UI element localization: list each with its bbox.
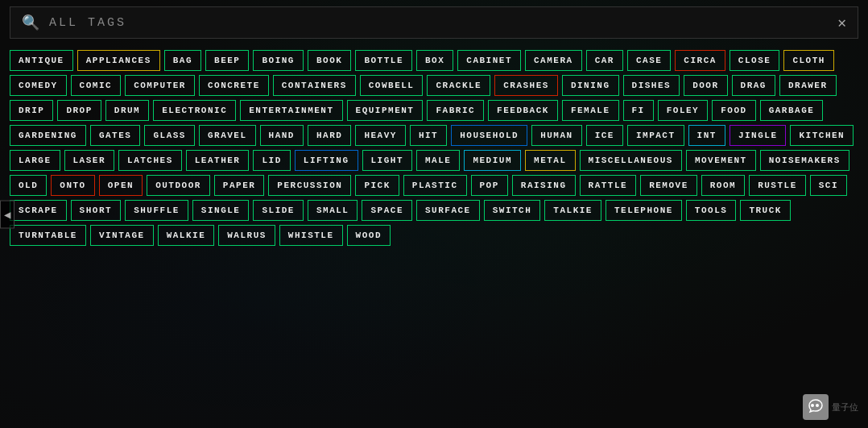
tag-item[interactable]: LATCHES	[118, 150, 182, 171]
tag-item[interactable]: DINING	[562, 75, 619, 96]
tag-item[interactable]: SLIDE	[253, 200, 304, 221]
tag-item[interactable]: KITCHEN	[790, 125, 854, 146]
tag-item[interactable]: LID	[253, 150, 290, 171]
tag-item[interactable]: DRUM	[105, 100, 149, 121]
tag-item[interactable]: DRAG	[732, 75, 775, 96]
tag-item[interactable]: GARDENING	[10, 125, 86, 146]
tag-item[interactable]: FEMALE	[562, 100, 619, 121]
close-icon[interactable]: ✕	[837, 14, 846, 31]
tag-item[interactable]: RATTLE	[580, 175, 637, 196]
tag-item[interactable]: HOUSEHOLD	[451, 125, 527, 146]
tag-item[interactable]: TRUCK	[740, 200, 791, 221]
tag-item[interactable]: FEEDBACK	[488, 100, 558, 121]
tag-item[interactable]: PICK	[355, 175, 399, 196]
tag-item[interactable]: BOTTLE	[355, 50, 412, 71]
tag-item[interactable]: OPEN	[99, 175, 143, 196]
tag-item[interactable]: HIT	[410, 125, 447, 146]
tag-item[interactable]: MOVEMENT	[686, 150, 756, 171]
tag-item[interactable]: BAG	[164, 50, 201, 71]
tag-item[interactable]: NOISEMAKERS	[760, 150, 849, 171]
tag-item[interactable]: FOOD	[712, 100, 755, 121]
tag-item[interactable]: HARD	[308, 125, 351, 146]
tag-item[interactable]: LARGE	[10, 150, 60, 171]
tag-item[interactable]: WOOD	[347, 225, 391, 246]
tag-item[interactable]: CAMERA	[525, 50, 582, 71]
tag-item[interactable]: PAPER	[214, 175, 265, 196]
tag-item[interactable]: HUMAN	[531, 125, 582, 146]
tag-item[interactable]: SCRAPE	[10, 200, 67, 221]
tag-item[interactable]: SHUFFLE	[125, 200, 188, 221]
tag-item[interactable]: JINGLE	[730, 125, 787, 146]
tag-item[interactable]: GATES	[90, 125, 141, 146]
tag-item[interactable]: OUTDOOR	[147, 175, 210, 196]
tag-item[interactable]: INT	[688, 125, 725, 146]
tag-item[interactable]: RAISING	[512, 175, 576, 196]
tag-item[interactable]: CRACKLE	[427, 75, 490, 96]
tag-item[interactable]: TURNTABLE	[10, 225, 86, 246]
tag-item[interactable]: HAND	[260, 125, 304, 146]
tag-item[interactable]: DROP	[57, 100, 101, 121]
tag-item[interactable]: LASER	[64, 150, 115, 171]
tag-item[interactable]: ONTO	[51, 175, 94, 196]
tag-item[interactable]: BOOK	[308, 50, 351, 71]
scroll-left-button[interactable]: ◀	[0, 200, 14, 228]
tag-item[interactable]: WALKIE	[158, 225, 215, 246]
tag-item[interactable]: CONCRETE	[199, 75, 269, 96]
tag-item[interactable]: ELECTRONIC	[153, 100, 236, 121]
tag-item[interactable]: LIGHT	[362, 150, 413, 171]
tag-item[interactable]: APPLIANCES	[77, 50, 160, 71]
tag-item[interactable]: GLASS	[144, 125, 195, 146]
tag-item[interactable]: TELEPHONE	[606, 200, 682, 221]
tag-item[interactable]: DISHES	[623, 75, 680, 96]
tag-item[interactable]: SWITCH	[484, 200, 541, 221]
tag-item[interactable]: WHISTLE	[279, 225, 343, 246]
tag-item[interactable]: MISCELLANEOUS	[580, 150, 682, 171]
tag-item[interactable]: ICE	[586, 125, 623, 146]
tag-item[interactable]: BOING	[253, 50, 304, 71]
tag-item[interactable]: DRAWER	[779, 75, 837, 96]
tag-item[interactable]: EQUIPMENT	[347, 100, 424, 121]
tag-item[interactable]: CLOSE	[730, 50, 780, 71]
tag-item[interactable]: TALKIE	[544, 200, 601, 221]
tag-item[interactable]: MEDIUM	[464, 150, 521, 171]
tag-item[interactable]: FABRIC	[427, 100, 484, 121]
tag-item[interactable]: SURFACE	[416, 200, 480, 221]
tag-item[interactable]: CLOTH	[783, 50, 834, 71]
tag-item[interactable]: ROOM	[701, 175, 745, 196]
tag-item[interactable]: HEAVY	[355, 125, 406, 146]
tag-item[interactable]: VINTAGE	[90, 225, 154, 246]
tag-item[interactable]: GARBAGE	[760, 100, 824, 121]
tag-item[interactable]: WALRUS	[218, 225, 275, 246]
tag-item[interactable]: SMALL	[308, 200, 358, 221]
tag-item[interactable]: CIRCA	[675, 50, 725, 71]
tag-item[interactable]: METAL	[525, 150, 576, 171]
tag-item[interactable]: SHORT	[71, 200, 122, 221]
tag-item[interactable]: SPACE	[362, 200, 412, 221]
tag-item[interactable]: PERCUSSION	[268, 175, 351, 196]
tag-item[interactable]: MALE	[416, 150, 460, 171]
tag-item[interactable]: DRIP	[10, 100, 53, 121]
tag-item[interactable]: SINGLE	[192, 200, 250, 221]
tag-item[interactable]: CABINET	[457, 50, 521, 71]
tag-item[interactable]: FI	[623, 100, 654, 121]
tag-item[interactable]: IMPACT	[627, 125, 684, 146]
tag-item[interactable]: CRASHES	[494, 75, 558, 96]
tag-item[interactable]: CAR	[586, 50, 623, 71]
tag-item[interactable]: ENTERTAINMENT	[240, 100, 342, 121]
tag-item[interactable]: POP	[471, 175, 508, 196]
tag-item[interactable]: BOX	[416, 50, 453, 71]
tag-item[interactable]: LIFTING	[295, 150, 358, 171]
tag-item[interactable]: BEEP	[205, 50, 249, 71]
tag-item[interactable]: GRAVEL	[199, 125, 256, 146]
tag-item[interactable]: SCI	[810, 175, 847, 196]
tag-item[interactable]: REMOVE	[640, 175, 697, 196]
tag-item[interactable]: TOOLS	[686, 200, 737, 221]
tag-item[interactable]: OLD	[10, 175, 47, 196]
tag-item[interactable]: ANTIQUE	[10, 50, 73, 71]
tag-item[interactable]: LEATHER	[186, 150, 250, 171]
tag-item[interactable]: COMEDY	[10, 75, 67, 96]
tag-item[interactable]: COMIC	[71, 75, 122, 96]
tag-item[interactable]: COWBELL	[360, 75, 424, 96]
tag-item[interactable]: PLASTIC	[403, 175, 467, 196]
tag-item[interactable]: CONTAINERS	[273, 75, 356, 96]
